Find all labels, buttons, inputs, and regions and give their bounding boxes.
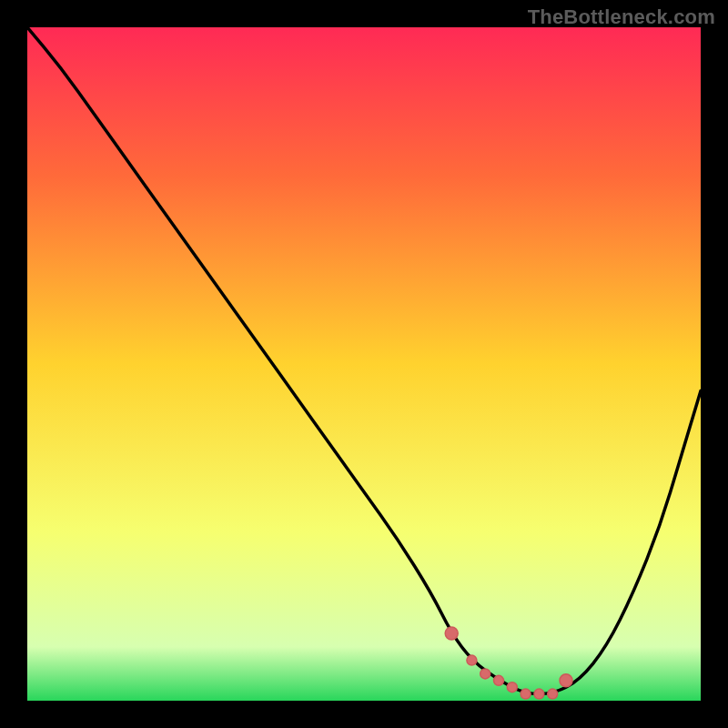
highlight-point: [534, 689, 544, 699]
highlight-point: [507, 682, 517, 693]
highlight-point: [560, 674, 572, 687]
highlight-point: [548, 689, 558, 699]
highlight-point: [480, 669, 490, 679]
gradient-background: [27, 27, 701, 701]
highlight-point: [494, 675, 504, 685]
watermark-text: TheBottleneck.com: [528, 5, 715, 29]
highlight-point: [521, 689, 531, 699]
highlight-point: [467, 655, 477, 665]
chart-svg: [27, 27, 701, 701]
highlight-point: [445, 627, 458, 640]
chart-frame: TheBottleneck.com: [0, 0, 728, 728]
plot-area: [27, 27, 701, 701]
